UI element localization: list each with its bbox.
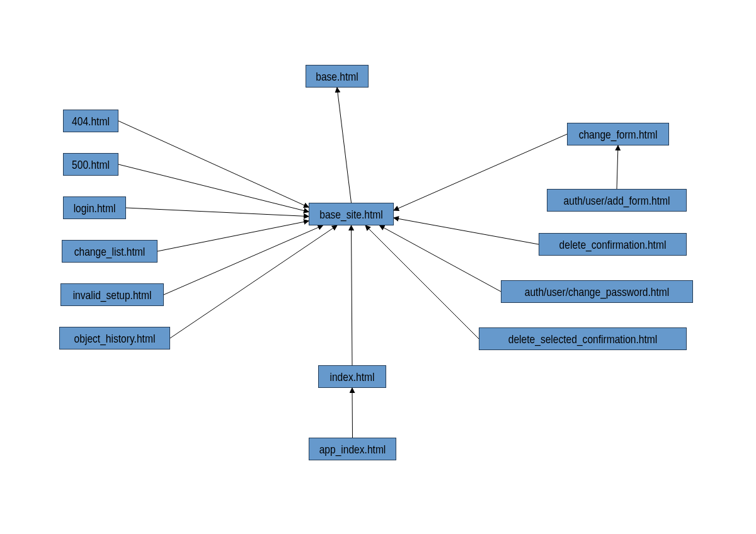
node-label: delete_confirmation.html <box>559 237 667 251</box>
node-label: delete_selected_confirmation.html <box>508 332 657 346</box>
edge-history-to-basesite <box>170 225 337 338</box>
node-delconf: delete_confirmation.html <box>539 233 687 256</box>
node-index: index.html <box>318 365 386 388</box>
node-delsel: delete_selected_confirmation.html <box>479 327 687 350</box>
edge-change_list-to-basesite <box>158 221 309 251</box>
edge-basesite-to-base <box>337 88 352 203</box>
edge-500-to-basesite <box>118 164 309 212</box>
node-history: object_history.html <box>59 327 170 349</box>
node-invalid: invalid_setup.html <box>60 283 164 306</box>
node-label: app_index.html <box>319 442 386 456</box>
node-404: 404.html <box>63 110 118 132</box>
edge-delsel-to-basesite <box>365 225 479 339</box>
node-chpass: auth/user/change_password.html <box>501 280 693 303</box>
edge-login-to-basesite <box>126 208 309 217</box>
edge-invalid-to-basesite <box>164 225 323 295</box>
node-label: change_list.html <box>74 244 146 258</box>
node-label: invalid_setup.html <box>73 288 152 302</box>
node-500: 500.html <box>63 153 118 176</box>
node-appindex: app_index.html <box>309 438 396 460</box>
edge-appindex-to-index <box>352 388 353 438</box>
edge-addform-to-chform <box>617 145 618 189</box>
node-chform: change_form.html <box>567 123 669 145</box>
edge-delconf-to-basesite <box>394 218 539 244</box>
edge-index-to-basesite <box>352 225 353 365</box>
node-label: base_site.html <box>319 207 382 221</box>
node-login: login.html <box>63 196 126 219</box>
node-label: auth/user/add_form.html <box>564 193 670 207</box>
node-label: change_form.html <box>579 127 658 141</box>
node-change_list: change_list.html <box>62 240 158 263</box>
node-addform: auth/user/add_form.html <box>547 189 687 212</box>
node-basesite: base_site.html <box>309 203 394 225</box>
node-label: index.html <box>329 370 374 383</box>
edge-chpass-to-basesite <box>380 225 501 292</box>
node-label: base.html <box>316 69 358 83</box>
diagram-canvas: 404.html500.htmlbase.htmllogin.htmlchang… <box>0 0 756 534</box>
node-label: 500.html <box>72 157 110 171</box>
node-label: auth/user/change_password.html <box>525 285 670 298</box>
edge-404-to-basesite <box>118 121 309 207</box>
node-label: 404.html <box>72 114 110 128</box>
node-label: login.html <box>74 201 116 215</box>
edge-chform-to-basesite <box>394 134 567 210</box>
node-base: base.html <box>306 65 369 88</box>
node-label: object_history.html <box>74 331 156 345</box>
